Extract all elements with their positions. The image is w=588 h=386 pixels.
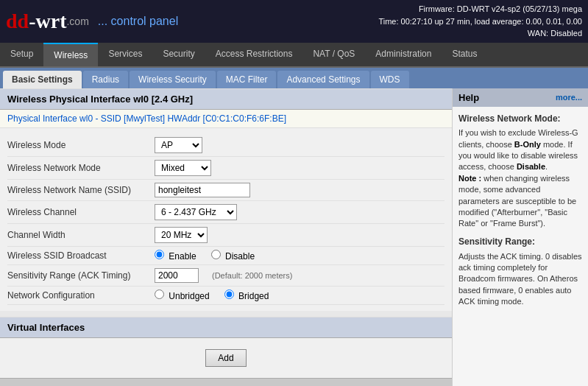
nav-setup[interactable]: Setup (0, 43, 43, 66)
logo: dd-wrt.com ... control panel (6, 10, 178, 33)
nav-access-restrictions[interactable]: Access Restrictions (205, 43, 303, 66)
radio-label-enable[interactable]: Enable (155, 250, 196, 262)
label-wireless-network-mode: Wireless Network Mode (7, 163, 155, 173)
nav-administration[interactable]: Administration (365, 43, 442, 66)
row-network-config: Network Configuration Unbridged Bridged (7, 287, 444, 305)
nav-security[interactable]: Security (152, 43, 205, 66)
row-wireless-network-mode: Wireless Network Mode Mixed B-Only G-Onl… (7, 157, 444, 180)
input-ssid[interactable] (155, 183, 250, 197)
radio-unbridged[interactable] (155, 290, 164, 299)
nav-services[interactable]: Services (98, 43, 152, 66)
radio-label-bridged[interactable]: Bridged (224, 290, 269, 301)
label-network-config: Network Configuration (7, 290, 155, 301)
radio-bridged[interactable] (224, 290, 234, 299)
logo-wrt: wrt (35, 10, 66, 33)
main-nav: Setup Wireless Services Security Access … (0, 43, 588, 68)
wan-text: WAN: Disabled (378, 27, 582, 40)
help-section-1-text: If you wish to exclude Wireless-G client… (458, 127, 582, 230)
wl-section-header: Wireless Physical Interface wl0 [2.4 GHz… (0, 88, 452, 110)
content-area: Wireless Physical Interface wl0 [2.4 GHz… (0, 88, 588, 387)
control-channel: 1 - 2.412 GHz 6 - 2.437 GHz 11 - 2.462 G… (155, 204, 237, 220)
time-text: Time: 00:27:10 up 27 min, load average: … (378, 15, 582, 28)
row-wireless-mode: Wireless Mode AP Client Adhoc (7, 134, 444, 157)
subnav-mac-filter[interactable]: MAC Filter (217, 71, 277, 88)
help-section-2-text: Adjusts the ACK timing. 0 disables ack t… (458, 251, 582, 308)
add-button[interactable]: Add (205, 349, 246, 367)
subnav-basic-settings[interactable]: Basic Settings (3, 71, 82, 88)
help-more-link[interactable]: more... (556, 93, 582, 102)
row-sensitivity-range: Sensitivity Range (ACK Timing) (Default:… (7, 265, 444, 287)
radio-ssid-disable[interactable] (211, 250, 221, 259)
row-channel: Wireless Channel 1 - 2.412 GHz 6 - 2.437… (7, 201, 444, 224)
control-network-config: Unbridged Bridged (155, 290, 277, 301)
sub-nav: Basic Settings Radius Wireless Security … (0, 68, 588, 88)
control-ssid (155, 183, 250, 197)
radio-label-disable[interactable]: Disable (211, 250, 255, 262)
select-wireless-network-mode[interactable]: Mixed B-Only G-Only N-Only Disabled (155, 160, 211, 176)
select-channel-width[interactable]: 20 MHz 40 MHz (155, 227, 208, 243)
help-content: Wireless Network Mode: If you wish to ex… (453, 107, 588, 318)
help-header: Help more... (453, 88, 588, 107)
input-sensitivity-range[interactable] (155, 268, 199, 283)
nav-nat-qos[interactable]: NAT / QoS (302, 43, 365, 66)
help-title: Help (458, 92, 479, 103)
control-wireless-network-mode: Mixed B-Only G-Only N-Only Disabled (155, 160, 211, 176)
logo-com: .com (66, 15, 88, 27)
header: dd-wrt.com ... control panel Firmware: D… (0, 0, 588, 43)
subnav-advanced-settings[interactable]: Advanced Settings (277, 71, 369, 88)
header-info: Firmware: DD-WRT v24-sp2 (05/27/13) mega… (378, 3, 582, 40)
control-wireless-mode: AP Client Adhoc (155, 137, 202, 153)
sensitivity-default-note: (Default: 2000 meters) (212, 271, 292, 280)
virtual-section-header: Virtual Interfaces (0, 317, 452, 338)
button-bar: Save Apply Settings Cancel Changes (0, 378, 452, 387)
nav-wireless[interactable]: Wireless (43, 43, 98, 66)
logo-panel: ... control panel (98, 15, 178, 28)
select-wireless-mode[interactable]: AP Client Adhoc (155, 137, 202, 153)
label-ssid-broadcast: Wireless SSID Broadcast (7, 250, 155, 261)
radio-label-unbridged[interactable]: Unbridged (155, 290, 210, 301)
row-channel-width: Channel Width 20 MHz 40 MHz (7, 224, 444, 247)
main-content: Wireless Physical Interface wl0 [2.4 GHz… (0, 88, 452, 387)
label-wireless-mode: Wireless Mode (7, 140, 155, 150)
control-sensitivity-range: (Default: 2000 meters) (155, 268, 292, 283)
row-ssid-broadcast: Wireless SSID Broadcast Enable Disable (7, 247, 444, 265)
label-channel: Wireless Channel (7, 207, 155, 217)
virtual-interfaces-section: Virtual Interfaces Add (0, 317, 452, 378)
label-sensitivity-range: Sensitivity Range (ACK Timing) (7, 270, 155, 281)
control-ssid-broadcast: Enable Disable (155, 250, 263, 262)
help-section-2-heading: Sensitivity Range: (458, 236, 582, 248)
subnav-wireless-security[interactable]: Wireless Security (130, 71, 216, 88)
virtual-content: Add (0, 338, 452, 378)
logo-dd: dd (6, 10, 29, 33)
control-channel-width: 20 MHz 40 MHz (155, 227, 208, 243)
help-section-1-heading: Wireless Network Mode: (458, 113, 582, 125)
select-channel[interactable]: 1 - 2.412 GHz 6 - 2.437 GHz 11 - 2.462 G… (155, 204, 237, 220)
subnav-radius[interactable]: Radius (83, 71, 128, 88)
firmware-text: Firmware: DD-WRT v24-sp2 (05/27/13) mega (378, 3, 582, 15)
row-ssid: Wireless Network Name (SSID) (7, 180, 444, 201)
subnav-wds[interactable]: WDS (371, 71, 409, 88)
logo-hyphen: - (29, 10, 35, 33)
interface-info: Physical Interface wl0 - SSID [MwylTest]… (0, 110, 452, 128)
nav-status[interactable]: Status (442, 43, 487, 66)
radio-ssid-enable[interactable] (155, 250, 164, 259)
label-ssid: Wireless Network Name (SSID) (7, 185, 155, 195)
help-panel: Help more... Wireless Network Mode: If y… (452, 88, 588, 387)
form-area: Wireless Mode AP Client Adhoc Wireless N… (0, 128, 452, 311)
label-channel-width: Channel Width (7, 230, 155, 240)
